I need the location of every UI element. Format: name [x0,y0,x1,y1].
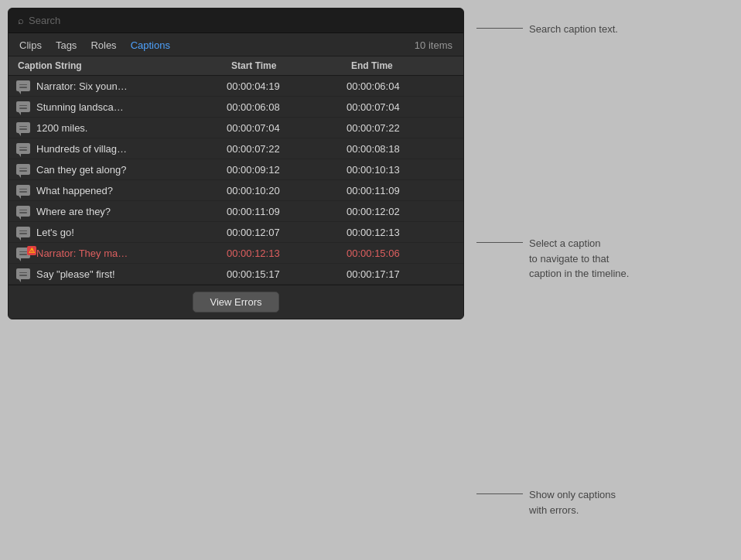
annotation-line-2 [476,242,523,243]
caption-icon [15,163,32,176]
tab-tags[interactable]: Tags [56,38,77,53]
caption-text: Can they get along? [36,164,227,176]
start-time: 00:00:06:08 [227,101,347,113]
table-row[interactable]: Can they get along?00:00:09:1200:00:10:1… [9,159,463,180]
annotation-search: Search caption text. [476,22,618,37]
footer: View Errors [9,285,463,319]
table-header: Caption String Start Time End Time [9,56,463,76]
end-time: 00:00:07:04 [347,101,463,113]
end-time: 00:00:06:04 [347,80,463,92]
caption-text: Narrator: Six youn… [36,80,227,92]
start-time: 00:00:15:17 [227,268,347,280]
caption-text: Stunning landsca… [36,101,227,113]
header-caption: Caption String [15,60,231,71]
end-time: 00:00:17:17 [347,268,463,280]
end-time: 00:00:11:09 [347,185,463,196]
table-row[interactable]: Hundreds of villag…00:00:07:2200:00:08:1… [9,138,463,159]
table-row[interactable]: Let's go!00:00:12:0700:00:12:13 [9,222,463,243]
end-time: 00:00:15:06 [347,248,463,259]
end-time: 00:00:12:02 [347,206,463,217]
annotation-errors: Show only captionswith errors. [476,487,616,517]
start-time: 00:00:09:12 [227,164,347,176]
tab-count: 10 items [415,39,452,51]
end-time: 00:00:12:13 [347,227,463,238]
tab-clips[interactable]: Clips [19,38,42,53]
browser-panel: ⌕ Clips Tags Roles Captions 10 items Cap… [8,8,464,319]
tabs-bar: Clips Tags Roles Captions 10 items [9,33,463,56]
caption-table: Narrator: Six youn…00:00:04:1900:00:06:0… [9,76,463,285]
annotation-errors-text: Show only captionswith errors. [529,487,616,517]
annotations-area: Search caption text. Select a captionto … [476,8,709,549]
caption-text: Narrator: They ma… [36,248,227,259]
end-time: 00:00:10:13 [347,164,463,176]
caption-text: Hundreds of villag… [36,143,227,155]
tab-captions[interactable]: Captions [131,38,170,53]
caption-icon [15,80,32,92]
annotation-select-text: Select a captionto navigate to thatcapti… [529,236,629,282]
table-row[interactable]: Where are they?00:00:11:0900:00:12:02 [9,201,463,222]
header-end: End Time [351,60,463,71]
end-time: 00:00:08:18 [347,143,463,155]
start-time: 00:00:11:09 [227,206,347,217]
view-errors-button[interactable]: View Errors [193,292,280,312]
table-row[interactable]: 1200 miles.00:00:07:0400:00:07:22 [9,118,463,138]
caption-text: Let's go! [36,227,227,238]
table-row[interactable]: Narrator: Six youn…00:00:04:1900:00:06:0… [9,76,463,97]
annotation-line [476,28,523,29]
annotation-select: Select a captionto navigate to thatcapti… [476,236,629,282]
caption-text: Where are they? [36,206,227,217]
error-icon: ⚠ [15,247,32,259]
caption-text: 1200 miles. [36,122,227,134]
scroll-handle[interactable] [8,163,9,185]
annotation-search-text: Search caption text. [529,22,618,37]
caption-icon [15,268,32,280]
table-row[interactable]: What happened?00:00:10:2000:00:11:09 [9,180,463,201]
start-time: 00:00:07:04 [227,122,347,134]
annotation-line-3 [476,493,523,494]
search-icon: ⌕ [18,15,24,26]
table-row[interactable]: ⚠ Narrator: They ma…00:00:12:1300:00:15:… [9,243,463,264]
start-time: 00:00:12:13 [227,248,347,259]
start-time: 00:00:12:07 [227,227,347,238]
header-start: Start Time [231,60,351,71]
start-time: 00:00:04:19 [227,80,347,92]
table-row[interactable]: Say "please" first!00:00:15:1700:00:17:1… [9,264,463,285]
search-input[interactable] [29,15,454,26]
caption-icon [15,142,32,155]
end-time: 00:00:07:22 [347,122,463,134]
caption-text: Say "please" first! [36,268,227,280]
caption-icon [15,205,32,217]
start-time: 00:00:10:20 [227,185,347,196]
table-row[interactable]: Stunning landsca…00:00:06:0800:00:07:04 [9,97,463,118]
app-window: ⌕ Clips Tags Roles Captions 10 items Cap… [8,8,709,549]
search-bar: ⌕ [9,9,463,33]
caption-icon [15,121,32,134]
caption-icon [15,226,32,238]
caption-text: What happened? [36,185,227,196]
caption-icon [15,101,32,113]
tab-roles[interactable]: Roles [90,38,116,53]
caption-icon [15,184,32,196]
start-time: 00:00:07:22 [227,143,347,155]
